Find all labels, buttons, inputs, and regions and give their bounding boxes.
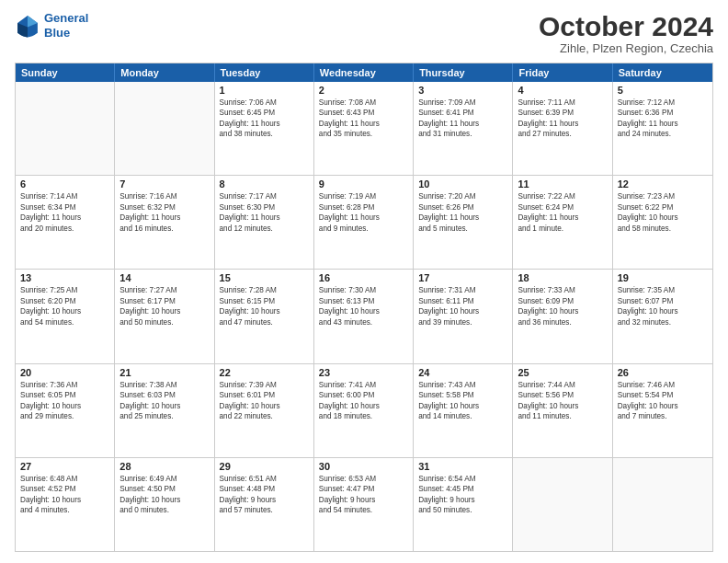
cell-info-line: Sunset: 6:03 PM (119, 390, 209, 400)
cal-cell: 25Sunrise: 7:44 AMSunset: 5:56 PMDayligh… (513, 364, 612, 457)
cal-cell: 3Sunrise: 7:09 AMSunset: 6:41 PMDaylight… (414, 82, 513, 175)
cell-info-line: and 50 minutes. (119, 317, 209, 327)
cell-info-line: Sunset: 5:56 PM (518, 390, 607, 400)
header-day-friday: Friday (513, 63, 612, 82)
page: General Blue October 2024 Zihle, Plzen R… (0, 0, 728, 563)
header-day-thursday: Thursday (414, 63, 513, 82)
cell-info-line: and 47 minutes. (220, 317, 309, 327)
day-number: 3 (418, 85, 507, 96)
cell-info-line: Sunset: 6:36 PM (618, 108, 708, 118)
month-title: October 2024 (539, 11, 713, 41)
week-row-5: 27Sunrise: 6:48 AMSunset: 4:52 PMDayligh… (16, 457, 712, 551)
cell-info-line: Daylight: 10 hours (518, 306, 607, 316)
header-day-monday: Monday (115, 63, 214, 82)
cell-info-line: Sunrise: 6:48 AM (20, 474, 109, 484)
day-number: 20 (20, 367, 109, 378)
header-day-saturday: Saturday (613, 63, 712, 82)
cell-info-line: Daylight: 10 hours (119, 495, 209, 505)
day-number: 16 (319, 272, 408, 283)
day-number: 22 (220, 367, 309, 378)
cell-info-line: and 29 minutes. (20, 411, 109, 421)
logo-icon (15, 13, 40, 39)
cal-cell (613, 458, 712, 551)
cell-info-line: Sunset: 4:45 PM (418, 484, 507, 494)
cell-info-line: Sunset: 6:39 PM (518, 108, 607, 118)
cal-cell: 7Sunrise: 7:16 AMSunset: 6:32 PMDaylight… (115, 176, 214, 269)
cal-cell (115, 82, 214, 175)
cal-cell: 9Sunrise: 7:19 AMSunset: 6:28 PMDaylight… (314, 176, 414, 269)
cell-info-line: and 24 minutes. (618, 129, 708, 139)
cal-cell: 5Sunrise: 7:12 AMSunset: 6:36 PMDaylight… (613, 82, 712, 175)
cell-info-line: and 38 minutes. (220, 129, 309, 139)
cal-cell (16, 82, 115, 175)
cell-info-line: and 12 minutes. (220, 224, 309, 234)
header-day-wednesday: Wednesday (314, 63, 414, 82)
cell-info-line: Sunrise: 7:08 AM (319, 98, 408, 108)
day-number: 14 (119, 272, 209, 283)
cell-info-line: Sunset: 6:13 PM (319, 296, 408, 306)
cal-cell: 17Sunrise: 7:31 AMSunset: 6:11 PMDayligh… (414, 270, 513, 362)
cell-info-line: and 39 minutes. (418, 317, 507, 327)
day-number: 4 (518, 85, 607, 96)
cal-cell: 18Sunrise: 7:33 AMSunset: 6:09 PMDayligh… (513, 270, 612, 362)
cell-info-line: Sunrise: 7:27 AM (119, 285, 209, 295)
cell-info-line: Sunrise: 7:41 AM (319, 380, 408, 390)
day-number: 19 (618, 272, 708, 283)
day-number: 31 (418, 461, 507, 472)
cell-info-line: Daylight: 10 hours (418, 306, 507, 316)
cell-info-line: Daylight: 10 hours (119, 401, 209, 411)
cell-info-line: Daylight: 10 hours (20, 495, 109, 505)
day-number: 24 (418, 367, 507, 378)
cell-info-line: Sunrise: 7:23 AM (618, 191, 708, 201)
cell-info-line: Sunset: 4:48 PM (220, 484, 309, 494)
cal-cell: 8Sunrise: 7:17 AMSunset: 6:30 PMDaylight… (215, 176, 314, 269)
cell-info-line: Sunrise: 7:06 AM (220, 98, 309, 108)
cal-cell: 29Sunrise: 6:51 AMSunset: 4:48 PMDayligh… (215, 458, 314, 551)
cal-cell: 1Sunrise: 7:06 AMSunset: 6:45 PMDaylight… (215, 82, 314, 175)
day-number: 7 (119, 178, 209, 190)
cell-info-line: Sunrise: 6:51 AM (220, 474, 309, 484)
cal-cell: 12Sunrise: 7:23 AMSunset: 6:22 PMDayligh… (613, 176, 712, 269)
cell-info-line: and 57 minutes. (220, 505, 309, 515)
cal-cell: 26Sunrise: 7:46 AMSunset: 5:54 PMDayligh… (613, 364, 712, 457)
cell-info-line: Daylight: 10 hours (618, 213, 708, 223)
cell-info-line: and 35 minutes. (319, 129, 408, 139)
day-number: 15 (220, 272, 309, 283)
day-number: 27 (20, 461, 109, 472)
day-number: 21 (119, 367, 209, 378)
cell-info-line: Sunrise: 7:35 AM (618, 285, 708, 295)
cell-info-line: and 32 minutes. (618, 317, 708, 327)
cell-info-line: Daylight: 10 hours (319, 401, 408, 411)
cell-info-line: Sunrise: 7:46 AM (618, 380, 708, 390)
week-row-1: 1Sunrise: 7:06 AMSunset: 6:45 PMDaylight… (16, 82, 712, 175)
day-number: 8 (220, 178, 309, 190)
cell-info-line: Sunrise: 7:43 AM (418, 380, 507, 390)
cell-info-line: Sunrise: 7:36 AM (20, 380, 109, 390)
cell-info-line: Sunrise: 7:09 AM (418, 98, 507, 108)
cell-info-line: Daylight: 9 hours (319, 495, 408, 505)
cell-info-line: and 18 minutes. (319, 411, 408, 421)
calendar-body: 1Sunrise: 7:06 AMSunset: 6:45 PMDaylight… (16, 82, 712, 551)
cell-info-line: Sunset: 4:52 PM (20, 484, 109, 494)
day-number: 2 (319, 85, 408, 96)
day-number: 30 (319, 461, 408, 472)
cell-info-line: and 11 minutes. (518, 411, 607, 421)
cell-info-line: Daylight: 10 hours (20, 306, 109, 316)
cell-info-line: and 5 minutes. (418, 224, 507, 234)
cell-info-line: Sunset: 4:47 PM (319, 484, 408, 494)
cell-info-line: Sunset: 6:32 PM (119, 202, 209, 213)
logo-line1: General (44, 11, 88, 25)
cell-info-line: and 50 minutes. (418, 505, 507, 515)
cal-cell: 23Sunrise: 7:41 AMSunset: 6:00 PMDayligh… (314, 364, 414, 457)
header-day-tuesday: Tuesday (215, 63, 314, 82)
cal-cell: 10Sunrise: 7:20 AMSunset: 6:26 PMDayligh… (414, 176, 513, 269)
cell-info-line: Daylight: 11 hours (119, 213, 209, 223)
cell-info-line: Sunrise: 7:33 AM (518, 285, 607, 295)
cell-info-line: Daylight: 11 hours (319, 213, 408, 223)
cal-cell: 21Sunrise: 7:38 AMSunset: 6:03 PMDayligh… (115, 364, 214, 457)
logo: General Blue (15, 11, 88, 40)
day-number: 10 (418, 178, 507, 190)
cell-info-line: Sunrise: 7:22 AM (518, 191, 607, 201)
cell-info-line: Sunset: 6:00 PM (319, 390, 408, 400)
cell-info-line: Daylight: 11 hours (220, 119, 309, 129)
